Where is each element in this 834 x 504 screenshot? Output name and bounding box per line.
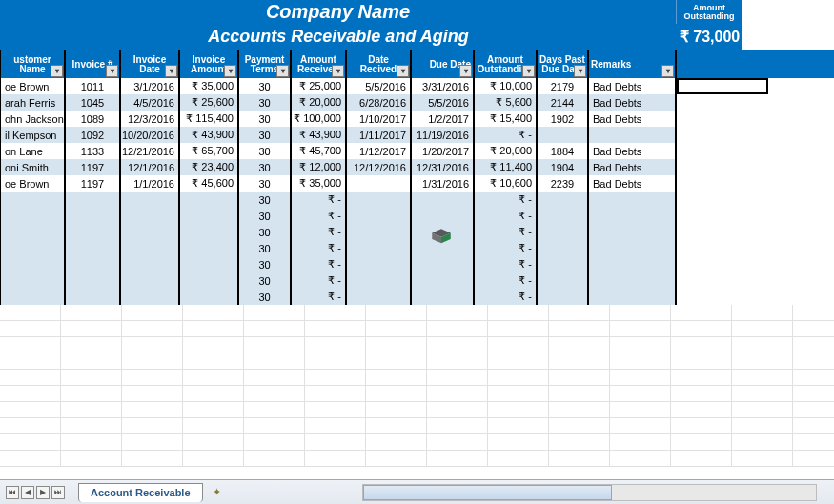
cell-arcv[interactable]: ₹ 35,000: [291, 175, 346, 192]
cell-arcv[interactable]: ₹ 20,000: [291, 94, 346, 111]
cell-dp[interactable]: 1902: [537, 111, 588, 127]
cell-dp[interactable]: [537, 208, 588, 224]
cell-due[interactable]: 11/19/2016: [411, 127, 474, 143]
cell-idate[interactable]: 12/21/2016: [120, 143, 179, 159]
cell-due[interactable]: 12/31/2016: [411, 159, 474, 175]
cell-rmk[interactable]: Bad Debts: [588, 175, 677, 192]
cell-terms[interactable]: 30: [238, 272, 291, 289]
filter-icon[interactable]: [397, 65, 409, 77]
cell-dp[interactable]: [537, 192, 588, 208]
col-invoice-amount[interactable]: Invoice Amount: [179, 50, 238, 78]
cell-iamt[interactable]: ₹ 23,400: [179, 159, 238, 175]
cell-iamt[interactable]: ₹ 45,600: [179, 175, 238, 192]
cell-due[interactable]: [411, 272, 474, 289]
cell-arcv[interactable]: ₹ 100,000: [291, 111, 346, 127]
cell-terms[interactable]: 30: [238, 208, 291, 224]
cell-aout[interactable]: ₹ -: [474, 256, 537, 272]
cell-idate[interactable]: 10/20/2016: [120, 127, 179, 143]
cell-rmk[interactable]: [588, 272, 677, 289]
cell-rmk[interactable]: Bad Debts: [588, 159, 677, 175]
cell-aout[interactable]: ₹ -: [474, 192, 537, 208]
cell-dp[interactable]: 1884: [537, 143, 588, 159]
cell-drcv[interactable]: [346, 256, 411, 272]
cell-idate[interactable]: 12/3/2016: [120, 111, 179, 127]
nav-last-icon[interactable]: ⏭: [51, 486, 65, 499]
cell-due[interactable]: 3/31/2016: [411, 78, 474, 94]
add-sheet-icon[interactable]: ✦: [209, 485, 226, 500]
cell-dp[interactable]: [537, 272, 588, 289]
cell-rmk[interactable]: Bad Debts: [588, 78, 677, 94]
cell-terms[interactable]: 30: [238, 127, 291, 143]
cell-name[interactable]: oni Smith: [0, 159, 65, 175]
filter-icon[interactable]: [224, 65, 236, 77]
cell-rmk[interactable]: [588, 289, 677, 305]
cell-arcv[interactable]: ₹ -: [291, 289, 346, 305]
table-row[interactable]: ohn Jackson108912/3/2016₹ 115,40030₹ 100…: [0, 111, 834, 127]
cell-dp[interactable]: 2239: [537, 175, 588, 192]
cell-inv[interactable]: 1011: [65, 78, 120, 94]
table-row[interactable]: 30₹ -₹ -: [0, 256, 834, 272]
cell-terms[interactable]: 30: [238, 94, 291, 111]
cell-iamt[interactable]: [179, 272, 238, 289]
cell-name[interactable]: [0, 240, 65, 256]
blank-grid[interactable]: [0, 305, 834, 467]
cell-idate[interactable]: 12/1/2016: [120, 159, 179, 175]
table-row[interactable]: 30₹ -₹ -: [0, 208, 834, 224]
col-remarks[interactable]: Remarks: [588, 50, 677, 78]
filter-icon[interactable]: [522, 65, 535, 77]
cell-inv[interactable]: 1089: [65, 111, 120, 127]
cell-aout[interactable]: ₹ 20,000: [474, 143, 537, 159]
nav-next-icon[interactable]: ▶: [36, 486, 50, 499]
cell-arcv[interactable]: ₹ 12,000: [291, 159, 346, 175]
cell-dp[interactable]: 2179: [537, 78, 588, 94]
cell-rmk[interactable]: [588, 127, 677, 143]
cell-iamt[interactable]: [179, 192, 238, 208]
cell-name[interactable]: on Lane: [0, 143, 65, 159]
cell-drcv[interactable]: [346, 208, 411, 224]
cell-aout[interactable]: ₹ -: [474, 272, 537, 289]
table-row[interactable]: on Lane113312/21/2016₹ 65,70030₹ 45,7001…: [0, 143, 834, 159]
cell-due[interactable]: 5/5/2016: [411, 94, 474, 111]
cell-inv[interactable]: [65, 192, 120, 208]
cell-iamt[interactable]: [179, 224, 238, 240]
cell-aout[interactable]: ₹ 10,000: [474, 78, 537, 94]
cell-name[interactable]: arah Ferris: [0, 94, 65, 111]
cell-terms[interactable]: 30: [238, 175, 291, 192]
cell-drcv[interactable]: [346, 272, 411, 289]
cell-aout[interactable]: ₹ -: [474, 127, 537, 143]
cell-inv[interactable]: 1045: [65, 94, 120, 111]
cell-drcv[interactable]: [346, 192, 411, 208]
cell-rmk[interactable]: Bad Debts: [588, 143, 677, 159]
cell-rmk[interactable]: [588, 224, 677, 240]
cell-name[interactable]: ohn Jackson: [0, 111, 65, 127]
cell-arcv[interactable]: ₹ -: [291, 272, 346, 289]
cell-name[interactable]: il Kempson: [0, 127, 65, 143]
cell-terms[interactable]: 30: [238, 192, 291, 208]
cell-inv[interactable]: [65, 240, 120, 256]
horizontal-scrollbar[interactable]: [362, 484, 817, 501]
cell-rmk[interactable]: [588, 208, 677, 224]
filter-icon[interactable]: [51, 65, 63, 77]
cell-name[interactable]: [0, 256, 65, 272]
cell-dp[interactable]: [537, 224, 588, 240]
col-invoice-date[interactable]: Invoice Date: [120, 50, 179, 78]
table-row[interactable]: 30₹ -₹ -: [0, 289, 834, 305]
cell-iamt[interactable]: ₹ 65,700: [179, 143, 238, 159]
cell-dp[interactable]: [537, 240, 588, 256]
col-date-received[interactable]: Date Recived: [346, 50, 411, 78]
cell-rmk[interactable]: [588, 256, 677, 272]
cell-drcv[interactable]: 12/12/2016: [346, 159, 411, 175]
table-row[interactable]: il Kempson109210/20/2016₹ 43,90030₹ 43,9…: [0, 127, 834, 143]
cell-drcv[interactable]: 1/10/2017: [346, 111, 411, 127]
cell-aout[interactable]: ₹ 11,400: [474, 159, 537, 175]
cell-arcv[interactable]: ₹ -: [291, 208, 346, 224]
cell-name[interactable]: [0, 224, 65, 240]
cell-iamt[interactable]: ₹ 115,400: [179, 111, 238, 127]
cell-drcv[interactable]: 5/5/2016: [346, 78, 411, 94]
cell-idate[interactable]: [120, 208, 179, 224]
cell-terms[interactable]: 30: [238, 111, 291, 127]
cell-arcv[interactable]: ₹ -: [291, 256, 346, 272]
cell-due[interactable]: [411, 256, 474, 272]
nav-first-icon[interactable]: ⏮: [6, 486, 19, 499]
cell-inv[interactable]: 1133: [65, 143, 120, 159]
